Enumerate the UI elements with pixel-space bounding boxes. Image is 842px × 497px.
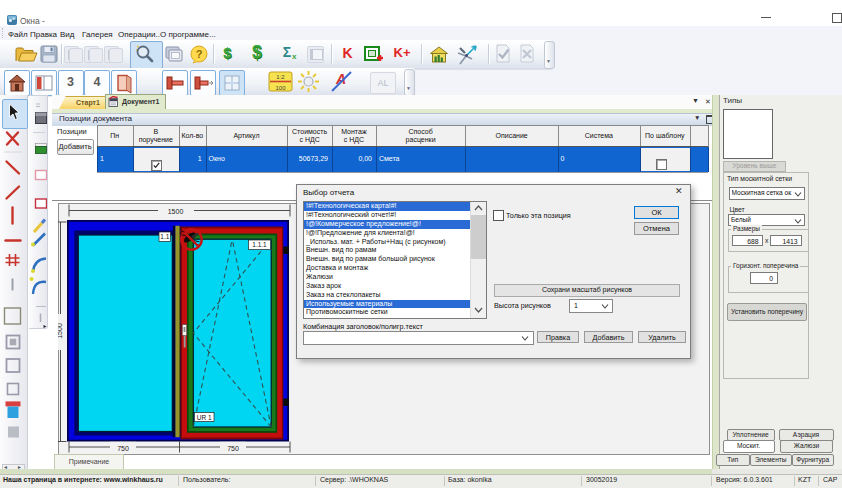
svg-text:750: 750 bbox=[117, 445, 129, 452]
svg-text:UR 1: UR 1 bbox=[197, 414, 212, 421]
svg-text:1.1.1: 1.1.1 bbox=[252, 241, 267, 248]
svg-text:750: 750 bbox=[227, 445, 239, 452]
svg-text:1500: 1500 bbox=[168, 208, 184, 215]
svg-text:100: 100 bbox=[275, 85, 286, 91]
svg-text:1.1: 1.1 bbox=[160, 233, 169, 240]
svg-text:1:2: 1:2 bbox=[276, 74, 285, 80]
svg-text:?: ? bbox=[196, 48, 203, 60]
svg-text:1500: 1500 bbox=[58, 323, 63, 339]
